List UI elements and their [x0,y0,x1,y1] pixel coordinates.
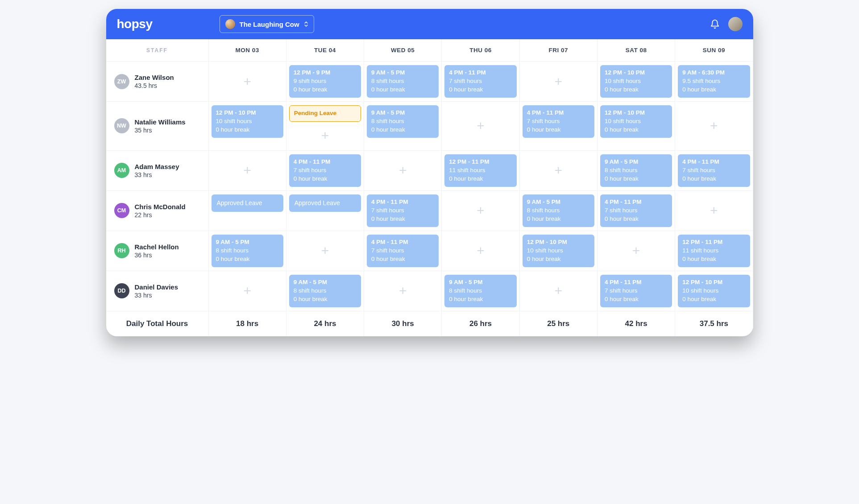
add-shift-icon[interactable]: + [367,154,439,187]
shift-card[interactable]: 9 AM - 5 PM8 shift hours0 hour break [600,154,672,187]
pending-leave-card[interactable]: Pending Leave [289,105,361,122]
schedule-cell[interactable]: 12 PM - 10 PM10 shift hours0 hour break [520,231,598,271]
add-shift-icon[interactable]: + [212,154,283,187]
shift-card[interactable]: 12 PM - 10 PM10 shift hours0 hour break [678,275,750,307]
app-frame: hopsy The Laughing Cow STAFFMON 03TUE 04… [106,9,753,336]
user-avatar[interactable] [728,17,743,31]
add-shift-icon[interactable]: + [289,235,361,267]
shift-card[interactable]: 4 PM - 11 PM7 shift hours0 hour break [289,154,361,187]
shift-card[interactable]: 12 PM - 10 PM10 shift hours0 hour break [212,105,283,138]
add-shift-icon[interactable]: + [523,275,594,307]
shift-card[interactable]: 9 AM - 5 PM8 shift hours0 hour break [367,105,439,138]
schedule-cell[interactable]: 12 PM - 10 PM10 shift hours0 hour break [209,102,286,151]
schedule-cell[interactable]: + [442,191,519,231]
schedule-cell[interactable]: 9 AM - 5 PM8 shift hours0 hour break [442,271,519,311]
shift-card[interactable]: 4 PM - 11 PM7 shift hours0 hour break [600,275,672,307]
shift-card[interactable]: 9 AM - 5 PM8 shift hours0 hour break [444,275,516,307]
shift-card[interactable]: 4 PM - 11 PM7 shift hours0 hour break [444,65,516,98]
schedule-cell[interactable]: + [286,231,364,271]
add-shift-icon[interactable]: + [289,124,361,147]
schedule-cell[interactable]: 4 PM - 11 PM7 shift hours0 hour break [286,151,364,191]
schedule-cell[interactable]: 12 PM - 11 PM11 shift hours0 hour break [442,151,519,191]
schedule-cell[interactable]: Approved Leave [209,191,286,231]
schedule-cell[interactable]: 4 PM - 11 PM7 shift hours0 hour break [675,151,753,191]
approved-leave-card[interactable]: Approved Leave [212,194,283,212]
schedule-cell[interactable]: 4 PM - 11 PM7 shift hours0 hour break [520,102,598,151]
schedule-cell[interactable]: + [442,102,519,151]
shift-hours: 7 shift hours [682,166,745,175]
add-shift-icon[interactable]: + [367,275,439,307]
approved-leave-card[interactable]: Approved Leave [289,194,361,212]
schedule-cell[interactable]: 9 AM - 5 PM8 shift hours0 hour break [520,191,598,231]
schedule-cell[interactable]: 12 PM - 9 PM9 shift hours0 hour break [286,62,364,102]
add-shift-icon[interactable]: + [444,105,516,147]
schedule-cell[interactable]: 12 PM - 11 PM11 shift hours0 hour break [675,231,753,271]
shift-time: 4 PM - 11 PM [371,238,434,247]
schedule-cell[interactable]: Approved Leave [286,191,364,231]
shift-card[interactable]: 12 PM - 11 PM11 shift hours0 hour break [678,235,750,267]
add-shift-icon[interactable]: + [523,65,594,98]
add-shift-icon[interactable]: + [678,105,750,147]
shift-card[interactable]: 9 AM - 5 PM8 shift hours0 hour break [523,194,594,227]
shift-break: 0 hour break [682,295,745,304]
schedule-cell[interactable]: + [364,151,442,191]
shift-card[interactable]: 9 AM - 5 PM8 shift hours0 hour break [289,275,361,307]
schedule-cell[interactable]: + [209,62,286,102]
schedule-cell[interactable]: 4 PM - 11 PM7 shift hours0 hour break [442,62,519,102]
shift-time: 4 PM - 11 PM [682,158,745,166]
staff-name: Rachel Hellon [135,243,179,252]
add-shift-icon[interactable]: + [444,194,516,227]
schedule-cell[interactable]: + [598,231,675,271]
shift-card[interactable]: 9 AM - 5 PM8 shift hours0 hour break [212,235,283,267]
schedule-cell[interactable]: 9 AM - 5 PM8 shift hours0 hour break [364,102,442,151]
shift-card[interactable]: 12 PM - 10 PM10 shift hours0 hour break [600,65,672,98]
schedule-cell[interactable]: + [442,231,519,271]
venue-selector[interactable]: The Laughing Cow [220,15,314,33]
notifications-bell-icon[interactable] [708,17,722,31]
schedule-cell[interactable]: 12 PM - 10 PM10 shift hours0 hour break [675,271,753,311]
topbar: hopsy The Laughing Cow [106,9,753,39]
schedule-cell[interactable]: 9 AM - 6:30 PM9.5 shift hours0 hour brea… [675,62,753,102]
shift-card[interactable]: 12 PM - 10 PM10 shift hours0 hour break [600,105,672,138]
schedule-cell[interactable]: 12 PM - 10 PM10 shift hours0 hour break [598,62,675,102]
schedule-cell[interactable]: 9 AM - 5 PM8 shift hours0 hour break [364,62,442,102]
shift-card[interactable]: 4 PM - 11 PM7 shift hours0 hour break [678,154,750,187]
shift-card[interactable]: 4 PM - 11 PM7 shift hours0 hour break [367,194,439,227]
day-header: TUE 04 [286,39,364,62]
add-shift-icon[interactable]: + [600,235,672,267]
shift-time: 12 PM - 10 PM [216,109,279,117]
shift-card[interactable]: 9 AM - 6:30 PM9.5 shift hours0 hour brea… [678,65,750,98]
schedule-cell[interactable]: + [675,191,753,231]
schedule-cell[interactable]: + [520,62,598,102]
schedule-cell[interactable]: + [520,151,598,191]
add-shift-icon[interactable]: + [444,235,516,267]
schedule-cell[interactable]: + [209,271,286,311]
add-shift-icon[interactable]: + [212,65,283,98]
schedule-cell[interactable]: 4 PM - 11 PM7 shift hours0 hour break [598,191,675,231]
shift-card[interactable]: 12 PM - 10 PM10 shift hours0 hour break [523,235,594,267]
shift-card[interactable]: 4 PM - 11 PM7 shift hours0 hour break [523,105,594,138]
schedule-cell[interactable]: 12 PM - 10 PM10 shift hours0 hour break [598,102,675,151]
schedule-cell[interactable]: + [520,271,598,311]
schedule-cell[interactable]: + [675,102,753,151]
schedule-cell[interactable]: Pending Leave+ [286,102,364,151]
add-shift-icon[interactable]: + [212,275,283,307]
staff-info: Rachel Hellon36 hrs [135,243,179,260]
logo-text: hopsy [117,17,153,31]
schedule-cell[interactable]: 9 AM - 5 PM8 shift hours0 hour break [598,151,675,191]
shift-card[interactable]: 12 PM - 9 PM9 shift hours0 hour break [289,65,361,98]
add-shift-icon[interactable]: + [523,154,594,187]
schedule-cell[interactable]: + [364,271,442,311]
shift-card[interactable]: 4 PM - 11 PM7 shift hours0 hour break [367,235,439,267]
schedule-cell[interactable]: 4 PM - 11 PM7 shift hours0 hour break [364,231,442,271]
shift-card[interactable]: 4 PM - 11 PM7 shift hours0 hour break [600,194,672,227]
schedule-cell[interactable]: 4 PM - 11 PM7 shift hours0 hour break [598,271,675,311]
schedule-cell[interactable]: 9 AM - 5 PM8 shift hours0 hour break [286,271,364,311]
schedule-cell[interactable]: 4 PM - 11 PM7 shift hours0 hour break [364,191,442,231]
shift-card[interactable]: 9 AM - 5 PM8 shift hours0 hour break [367,65,439,98]
shift-card[interactable]: 12 PM - 11 PM11 shift hours0 hour break [444,154,516,187]
add-shift-icon[interactable]: + [678,194,750,227]
shift-time: 4 PM - 11 PM [527,109,590,117]
schedule-cell[interactable]: 9 AM - 5 PM8 shift hours0 hour break [209,231,286,271]
schedule-cell[interactable]: + [209,151,286,191]
